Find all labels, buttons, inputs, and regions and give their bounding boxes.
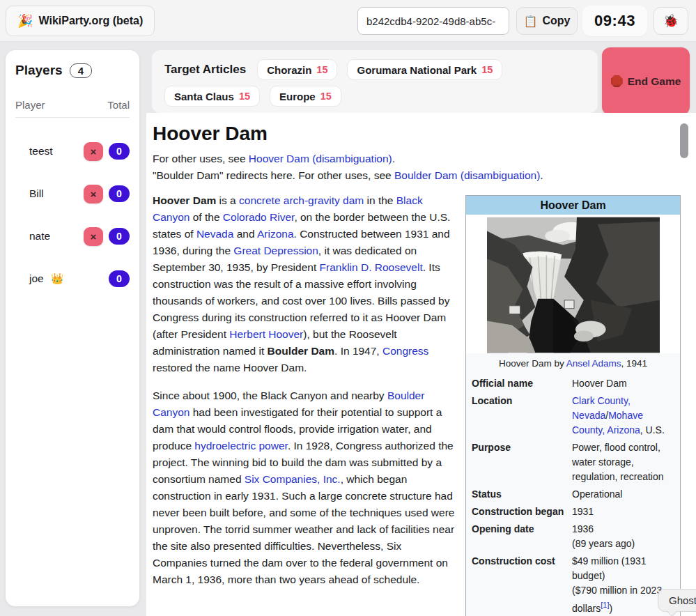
wiki-link[interactable]: Boulder Dam (disambiguation)	[394, 169, 540, 181]
player-name: joe	[29, 272, 44, 285]
ladybug-icon: 🐞	[663, 13, 679, 29]
kick-player-button[interactable]: ×	[84, 227, 103, 246]
citation-ref[interactable]: [1]	[601, 601, 609, 609]
wiki-article-panel: Hoover Dam For other uses, see Hoover Da…	[146, 113, 696, 616]
player-total-badge: 0	[109, 270, 130, 287]
bold-text: Boulder Dam	[268, 345, 334, 357]
target-count: 15	[481, 64, 493, 75]
wiki-link[interactable]: Nevada	[196, 228, 233, 240]
hoover-dam-photo-graphic	[487, 217, 660, 353]
text-run: restored the name Hoover Dam.	[153, 362, 307, 374]
column-player: Player	[15, 99, 45, 116]
text-run: . In 1947,	[334, 345, 382, 357]
stop-sign-icon	[611, 75, 623, 87]
players-sidebar: Players 4 Player Total teest × 0 Bill × …	[6, 50, 139, 606]
target-pill-europe[interactable]: Europe 15	[270, 86, 341, 107]
target-pill-chorazin[interactable]: Chorazin 15	[257, 59, 337, 80]
target-count: 15	[316, 64, 327, 75]
party-popper-icon: 🎉	[17, 13, 33, 29]
players-column-headers: Player Total	[15, 99, 130, 116]
target-label: Gorumara National Park	[357, 64, 477, 76]
kick-player-button[interactable]: ×	[84, 142, 103, 161]
text-run: in the	[364, 194, 396, 206]
infobox-title: Hoover Dam	[466, 196, 680, 215]
article-body: Hoover Dam	[153, 192, 681, 588]
hatnote: For other uses, see Hoover Dam (disambig…	[153, 151, 681, 167]
text-run: 1936	[572, 523, 594, 534]
wiki-link[interactable]: Hoover Dam (disambiguation)	[249, 153, 392, 164]
infobox-value: Operational	[571, 486, 680, 503]
text-run: .	[392, 153, 395, 164]
copy-button[interactable]: 📋 Copy	[516, 7, 578, 35]
target-pill-gorumara[interactable]: Gorumara National Park 15	[347, 59, 502, 80]
infobox-value: 1931	[571, 503, 680, 521]
text-run: , U.S.	[640, 424, 665, 436]
ghost-tooltip[interactable]: Ghost	[658, 589, 696, 612]
infobox-row: Location Clark County, Nevada/Mohave Cou…	[466, 392, 680, 439]
wiki-link[interactable]: Herbert Hoover	[229, 328, 303, 340]
home-logo-button[interactable]: 🎉 WikiParty.org (beta)	[6, 6, 155, 36]
target-pill-santa-claus[interactable]: Santa Claus 15	[164, 86, 260, 107]
article-scrollbar-thumb[interactable]	[680, 123, 688, 158]
infobox-label: Location	[466, 392, 571, 439]
text-run: ($790 million in 2023 dollars	[572, 585, 662, 614]
infobox-value: Hoover Dam	[571, 375, 680, 392]
end-game-label: End Game	[628, 75, 681, 88]
target-label: Santa Claus	[174, 91, 234, 102]
infobox-label: Official name	[466, 375, 571, 392]
text-run: Hoover Dam	[572, 378, 627, 389]
text-run: "Boulder Dam" redirects here. For other …	[153, 169, 394, 181]
text-run: , which began construction in early 1931…	[153, 473, 454, 585]
target-label: Chorazin	[267, 64, 311, 76]
wiki-link[interactable]: Six Companies, Inc.	[245, 473, 341, 485]
target-count: 15	[320, 91, 332, 102]
wiki-link[interactable]: Franklin D. Roosevelt	[320, 261, 423, 273]
ghost-tooltip-label: Ghost	[669, 594, 696, 606]
end-game-button[interactable]: End Game	[602, 47, 690, 115]
player-name: Bill	[29, 187, 44, 200]
infobox-row: Opening date 1936(89 years ago)	[466, 521, 680, 553]
wiki-link[interactable]: Congress	[382, 345, 428, 357]
report-bug-button[interactable]: 🐞	[654, 7, 688, 35]
infobox-photo[interactable]	[466, 215, 680, 353]
infobox-value: Power, flood control, water storage, reg…	[571, 439, 680, 486]
player-row: nate × 0	[15, 226, 130, 247]
target-articles-panel: Target Articles Chorazin 15 Gorumara Nat…	[152, 50, 598, 113]
text-run: $49 million (1931 budget)	[572, 555, 647, 581]
player-row: Bill × 0	[15, 183, 130, 204]
target-articles-title: Target Articles	[164, 63, 246, 77]
game-id-input[interactable]	[357, 7, 509, 35]
infobox-row: Status Operational	[466, 486, 680, 503]
player-row: teest × 0	[15, 141, 130, 162]
text-run: )	[609, 603, 612, 614]
wiki-link[interactable]: Great Depression	[233, 245, 318, 256]
player-name: teest	[29, 145, 53, 157]
infobox-row: Construction cost $49 million (1931 budg…	[466, 553, 680, 616]
wiki-link[interactable]: Arizona	[257, 228, 294, 240]
copy-button-label: Copy	[542, 15, 570, 27]
header-divider	[15, 117, 130, 118]
infobox-caption: Hoover Dam by Ansel Adams, 1941	[466, 353, 680, 375]
clipboard-icon: 📋	[524, 15, 538, 28]
player-row: joe 👑 0	[15, 268, 130, 289]
wiki-link[interactable]: Colorado River	[223, 211, 295, 223]
players-count-badge: 4	[70, 63, 92, 78]
infobox-row: Purpose Power, flood control, water stor…	[466, 439, 680, 486]
target-count: 15	[239, 91, 250, 102]
text-run: and	[233, 228, 257, 240]
kick-player-button[interactable]: ×	[84, 185, 103, 203]
article-title: Hoover Dam	[153, 123, 681, 145]
article-infobox: Hoover Dam	[465, 195, 681, 616]
infobox-label: Construction cost	[466, 553, 571, 616]
wiki-link[interactable]: hydroelectric power	[194, 440, 288, 452]
infobox-label: Status	[466, 486, 571, 503]
text-run: is a	[216, 194, 239, 206]
text-run: For other uses, see	[153, 153, 249, 164]
infobox-row: Construction began 1931	[466, 503, 680, 521]
wiki-link[interactable]: concrete arch-gravity dam	[239, 194, 364, 206]
top-bar: 🎉 WikiParty.org (beta) 📋 Copy 09:43 🐞	[0, 0, 696, 42]
text-run: Operational	[572, 488, 622, 500]
wiki-link[interactable]: Ansel Adams	[566, 358, 621, 369]
text-run: of the	[190, 211, 222, 223]
player-total-badge: 0	[109, 185, 130, 202]
